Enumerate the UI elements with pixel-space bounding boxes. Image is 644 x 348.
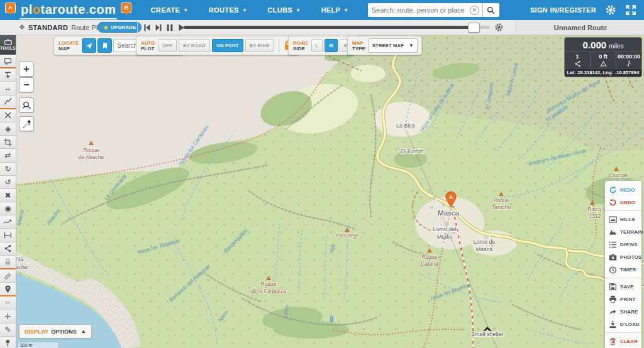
share-icon bbox=[609, 308, 617, 316]
tool-lock-button[interactable] bbox=[0, 256, 16, 269]
slider-handle[interactable] bbox=[468, 23, 480, 33]
route-name[interactable]: Unnamed Route bbox=[516, 20, 644, 35]
share-nodes-icon bbox=[574, 60, 581, 67]
plot-route-button[interactable] bbox=[19, 116, 34, 131]
zoom-to-route-button[interactable] bbox=[19, 97, 34, 112]
zoom-in-button[interactable]: + bbox=[19, 62, 34, 77]
tool-join-button[interactable]: ✛ bbox=[0, 310, 16, 324]
photos-icon bbox=[609, 253, 617, 261]
terrain-icon bbox=[609, 228, 617, 236]
elevation-cell[interactable]: 0 ft bbox=[590, 52, 616, 68]
skip-end-button[interactable] bbox=[154, 23, 163, 32]
pause-button[interactable] bbox=[165, 23, 174, 32]
svg-text:Risco V: Risco V bbox=[587, 206, 606, 212]
share-nodes-icon bbox=[4, 244, 12, 253]
tool-pushpin-button[interactable] bbox=[0, 337, 16, 348]
waypoint-icon: ◈ bbox=[5, 125, 11, 133]
mode-diamond-icon: ❖ bbox=[19, 23, 25, 31]
hills-button[interactable]: HILLS bbox=[605, 213, 641, 226]
autoplot-by-bike[interactable]: BY BIKE bbox=[245, 39, 274, 52]
clear-button[interactable]: CLEAR bbox=[605, 335, 641, 347]
undo-button[interactable]: UNDO bbox=[605, 196, 641, 209]
svg-text:nta: nta bbox=[16, 256, 23, 262]
roadside-l[interactable]: L bbox=[311, 39, 323, 52]
tool-rotate-cw-button[interactable]: ↻ bbox=[0, 163, 16, 176]
tool-ruler-button[interactable] bbox=[0, 269, 16, 283]
points-cell[interactable]: 1 bbox=[565, 52, 590, 68]
dload-button[interactable]: D'LOAD bbox=[605, 318, 641, 330]
map-type-select[interactable]: STREET MAP ▼ bbox=[369, 38, 418, 53]
tool-pencil-button[interactable]: ✎ bbox=[0, 324, 16, 337]
tool-elbow-button[interactable] bbox=[0, 95, 16, 109]
playback-position-slider[interactable] bbox=[184, 26, 489, 29]
tools-header-button[interactable]: TOOLS bbox=[0, 35, 16, 55]
time-cell[interactable]: 00:00:00 bbox=[616, 52, 641, 68]
tool-measure-button[interactable] bbox=[0, 229, 16, 242]
chevron-up-icon: ▲ bbox=[81, 329, 86, 334]
share-button[interactable]: SHARE bbox=[605, 305, 641, 318]
tool-rotate-ccw-button[interactable]: ↺ bbox=[0, 176, 16, 189]
svg-text:Lomo del: Lomo del bbox=[433, 226, 456, 232]
svg-text:Roque: Roque bbox=[493, 197, 509, 204]
tool-comment-button[interactable] bbox=[0, 55, 16, 68]
photos-button[interactable]: PHOTOS bbox=[605, 251, 641, 263]
navigation-arrow-icon bbox=[86, 42, 93, 50]
redo-button[interactable]: REDO bbox=[605, 183, 641, 196]
saved-places-button[interactable] bbox=[97, 38, 112, 53]
svg-text:Tarucho: Tarucho bbox=[492, 204, 511, 210]
menu-help[interactable]: HELP▼ bbox=[311, 0, 358, 20]
map-scalebar: 300 m bbox=[18, 342, 59, 348]
sign-in-link[interactable]: SIGN IN/REGISTER bbox=[530, 6, 596, 14]
tool-circle-marker-button[interactable]: ◉ bbox=[0, 202, 16, 215]
display-options-button[interactable]: DISPLAY OPTIONS ▲ bbox=[19, 324, 92, 339]
marker-b-icon: B bbox=[121, 3, 131, 13]
tool-swap-button[interactable]: ⇄ bbox=[0, 149, 16, 162]
autoplot-off[interactable]: OFF bbox=[158, 39, 177, 52]
menu-create[interactable]: CREATE▼ bbox=[140, 0, 198, 20]
tool-pliers-button[interactable] bbox=[0, 109, 16, 122]
tool-scissors-button[interactable]: ✂ bbox=[0, 296, 16, 310]
print-button[interactable]: PRINT bbox=[605, 293, 641, 305]
upgrade-button[interactable]: ★ UPGRADE bbox=[97, 22, 142, 33]
timer-button[interactable]: TIMER bbox=[605, 263, 641, 276]
map-canvas[interactable]: Roquede AbacheAbacheHoyas los CardonesLa… bbox=[16, 35, 644, 348]
settings-button[interactable] bbox=[605, 4, 616, 16]
autoplot-by-road[interactable]: BY ROAD bbox=[179, 39, 210, 52]
tool-drop-pin-button[interactable] bbox=[0, 283, 16, 296]
tool-delete-button[interactable]: ✖ bbox=[0, 189, 16, 202]
locate-me-button[interactable] bbox=[82, 38, 96, 53]
svg-text:A: A bbox=[449, 194, 453, 200]
svg-text:Roque: Roque bbox=[83, 147, 99, 153]
svg-text:1312: 1312 bbox=[589, 213, 601, 219]
playback-settings-button[interactable] bbox=[494, 23, 504, 32]
tool-curve-point-button[interactable] bbox=[0, 215, 16, 229]
tool-pin-start-button[interactable] bbox=[0, 68, 16, 82]
global-search-input[interactable] bbox=[368, 6, 470, 14]
marker-a-icon: A bbox=[5, 3, 16, 13]
skip-start-button[interactable] bbox=[143, 23, 152, 32]
tool-crop-button[interactable] bbox=[0, 136, 16, 149]
tool-waypoint-button[interactable]: ◈ bbox=[0, 122, 16, 136]
search-button[interactable] bbox=[483, 3, 499, 17]
elbow-icon bbox=[4, 97, 12, 106]
svg-text:Lomo de: Lomo de bbox=[473, 239, 495, 245]
roadside-m[interactable]: M bbox=[325, 39, 337, 52]
fullscreen-button[interactable] bbox=[625, 4, 636, 16]
terrain-button[interactable]: TERRAIN bbox=[605, 226, 641, 238]
stretch-icon: ↔ bbox=[4, 84, 12, 92]
clear-search-icon[interactable]: ✕ bbox=[470, 6, 479, 15]
autoplot-on-foot[interactable]: ON FOOT bbox=[212, 39, 243, 52]
save-button[interactable]: SAVE bbox=[605, 280, 641, 293]
dirns-button[interactable]: DIR'NS bbox=[605, 238, 641, 251]
tool-stretch-button[interactable]: ↔ bbox=[0, 82, 16, 95]
menu-clubs[interactable]: CLUBS▼ bbox=[257, 0, 311, 20]
undo-icon bbox=[609, 198, 617, 207]
route-actions-panel: REDOUNDOHILLSTERRAINDIR'NSPHOTOSTIMERSAV… bbox=[604, 180, 642, 348]
svg-text:El Turrón: El Turrón bbox=[401, 148, 424, 155]
route-stats-panel: 0.000miles 1 0 ft 00:00:00 Lat: 28.31814… bbox=[564, 37, 642, 77]
street-map[interactable]: Roquede AbacheAbacheHoyas los CardonesLa… bbox=[16, 35, 644, 348]
tool-share-nodes-button[interactable] bbox=[0, 242, 16, 256]
plotaroute-logo[interactable]: A plotaroute.com B bbox=[5, 1, 131, 19]
menu-routes[interactable]: ROUTES▼ bbox=[199, 0, 258, 20]
zoom-out-button[interactable]: − bbox=[19, 77, 34, 92]
